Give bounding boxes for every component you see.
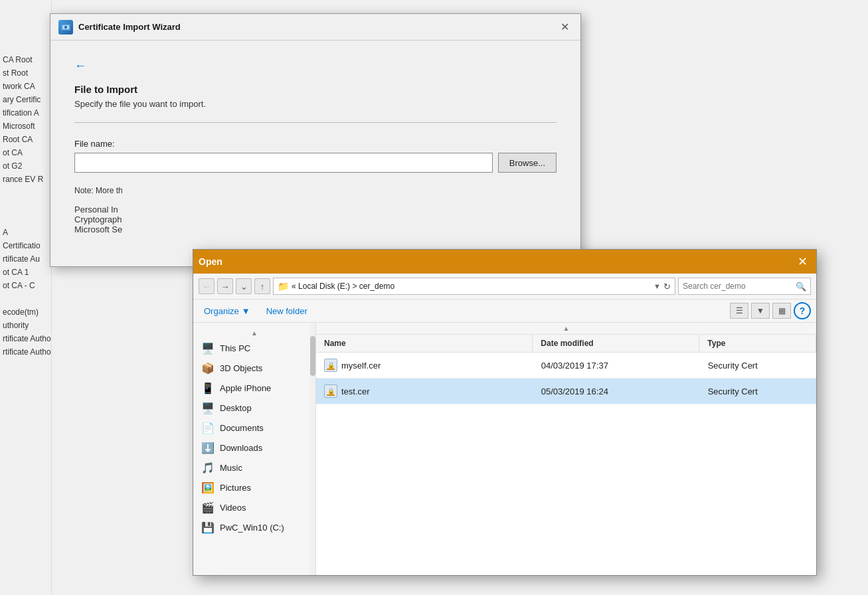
open-toolbar: ← → ⌄ ↑ 📁 « Local Disk (E:) > cer_demo ▼…: [193, 274, 816, 299]
scroll-up-indicator: ▲: [193, 328, 315, 338]
3d-objects-icon: 📦: [201, 361, 215, 375]
left-item: Microsoft: [0, 120, 51, 133]
wizard-personal-section: Personal In Cryptograph Microsoft Se: [74, 205, 557, 234]
desktop-label: Desktop: [220, 403, 252, 413]
wizard-back-button[interactable]: ←: [74, 59, 86, 73]
left-item: rtificate Au: [0, 252, 51, 266]
open-dialog-title: Open: [199, 256, 222, 267]
desktop-icon: 🖥️: [201, 401, 215, 414]
documents-label: Documents: [220, 423, 264, 433]
downloads-icon: ⬇️: [201, 441, 215, 454]
nav-item-desktop[interactable]: 🖥️ Desktop: [193, 398, 315, 418]
view-details-button[interactable]: ☰: [730, 303, 748, 319]
col-type[interactable]: Type: [699, 335, 816, 352]
left-item: rtificate Autho...: [0, 332, 51, 345]
open-dialog: Open ✕ ← → ⌄ ↑ 📁 « Local Disk (E:) > cer…: [193, 249, 817, 576]
svg-point-2: [64, 26, 67, 29]
files-panel: ▲ Name Date modified Type 🔒 myself.cer 0…: [316, 323, 816, 575]
wizard-dialog: Certificate Import Wizard ✕ ← File to Im…: [50, 13, 581, 267]
wizard-icon: [58, 20, 73, 35]
scrollbar-track[interactable]: [310, 323, 315, 575]
nav-item-videos[interactable]: 🎬 Videos: [193, 497, 315, 517]
search-icon[interactable]: 🔍: [796, 282, 806, 292]
pwc-win10-label: PwC_Win10 (C:): [220, 523, 284, 533]
pwc-win10-icon: 💾: [201, 521, 215, 534]
file-date-myself: 04/03/2019 17:37: [533, 358, 700, 373]
search-input[interactable]: [683, 282, 796, 291]
left-item: ecode(tm): [0, 305, 51, 319]
downloads-label: Downloads: [220, 443, 262, 453]
left-item: rtificate Autho...: [0, 345, 51, 359]
address-bar[interactable]: 📁 « Local Disk (E:) > cer_demo ▼ ↻: [273, 278, 675, 295]
left-item: tification A: [0, 106, 51, 120]
nav-item-pictures[interactable]: 🖼️ Pictures: [193, 477, 315, 497]
col-name[interactable]: Name: [316, 335, 533, 352]
nav-item-3d-objects[interactable]: 📦 3D Objects: [193, 358, 315, 378]
open-actions-bar: Organize ▼ New folder ☰ ▼ ▦ ?: [193, 299, 816, 323]
left-item: ary Certific: [0, 93, 51, 106]
file-row-test[interactable]: 🔒 test.cer 05/03/2019 16:24 Security Cer…: [316, 379, 816, 404]
pictures-label: Pictures: [220, 483, 251, 493]
documents-icon: 📄: [201, 421, 215, 434]
left-item: CA Root: [0, 53, 51, 66]
open-titlebar: Open ✕: [193, 250, 816, 274]
file-row-myself[interactable]: 🔒 myself.cer 04/03/2019 17:37 Security C…: [316, 353, 816, 379]
wizard-section-desc: Specify the file you want to import.: [74, 99, 557, 109]
this-pc-icon: 🖥️: [201, 341, 215, 355]
col-date-modified[interactable]: Date modified: [533, 335, 699, 352]
music-label: Music: [220, 463, 242, 473]
help-button[interactable]: ?: [794, 302, 811, 319]
left-item: Certificatio: [0, 239, 51, 252]
up-nav-button[interactable]: ↑: [254, 278, 270, 294]
organize-button[interactable]: Organize ▼: [199, 303, 256, 319]
pictures-icon: 🖼️: [201, 481, 215, 494]
scroll-up-arrow: ▲: [251, 329, 258, 337]
nav-item-this-pc[interactable]: 🖥️ This PC: [193, 338, 315, 358]
nav-item-downloads[interactable]: ⬇️ Downloads: [193, 438, 315, 458]
forward-nav-button[interactable]: →: [217, 278, 233, 294]
folder-icon: 📁: [278, 281, 289, 292]
organize-label: Organize: [204, 306, 239, 316]
view-dropdown-button[interactable]: ▼: [751, 303, 770, 319]
left-item: ot CA 1: [0, 266, 51, 279]
nav-item-apple-iphone[interactable]: 📱 Apple iPhone: [193, 378, 315, 398]
wizard-body: ← File to Import Specify the file you wa…: [50, 41, 580, 266]
search-bar[interactable]: 🔍: [678, 278, 811, 295]
left-item: ot G2: [0, 159, 51, 173]
nav-item-pwc-win10[interactable]: 💾 PwC_Win10 (C:): [193, 517, 315, 537]
new-folder-button[interactable]: New folder: [261, 303, 313, 319]
files-scroll-up-arrow: ▲: [563, 325, 570, 332]
browse-button[interactable]: Browse...: [498, 153, 557, 173]
open-content: ▲ 🖥️ This PC 📦 3D Objects 📱 Apple iPhone…: [193, 323, 816, 575]
left-item: twork CA: [0, 80, 51, 93]
files-scroll-indicator: ▲: [316, 323, 816, 335]
wizard-title-text: Certificate Import Wizard: [78, 22, 181, 32]
file-name-cell-myself: 🔒 myself.cer: [316, 356, 533, 375]
open-close-button[interactable]: ✕: [794, 253, 811, 270]
left-item: ot CA - C: [0, 279, 51, 292]
apple-iphone-icon: 📱: [201, 381, 215, 394]
left-item: A: [0, 226, 51, 239]
nav-panel: ▲ 🖥️ This PC 📦 3D Objects 📱 Apple iPhone…: [193, 323, 316, 575]
wizard-titlebar: Certificate Import Wizard ✕: [50, 14, 580, 41]
cert-file-icon-myself: 🔒: [324, 359, 337, 372]
scrollbar-thumb[interactable]: [310, 336, 315, 376]
back-nav-button[interactable]: ←: [199, 278, 215, 294]
left-item: st Root: [0, 66, 51, 80]
refresh-button[interactable]: ↻: [663, 282, 671, 292]
nav-item-music[interactable]: 🎵 Music: [193, 458, 315, 477]
wizard-field-row: Browse...: [74, 153, 557, 173]
wizard-note: Note: More th: [74, 186, 557, 195]
file-name-input[interactable]: [74, 153, 493, 173]
wizard-divider: [74, 122, 557, 123]
videos-icon: 🎬: [201, 501, 215, 514]
3d-objects-label: 3D Objects: [220, 363, 262, 373]
address-text: « Local Disk (E:) > cer_demo: [292, 282, 651, 291]
wizard-close-button[interactable]: ✕: [557, 19, 572, 35]
nav-item-documents[interactable]: 📄 Documents: [193, 418, 315, 438]
recent-nav-button[interactable]: ⌄: [236, 278, 252, 294]
view-large-icons-button[interactable]: ▦: [772, 303, 791, 319]
left-panel: CA Root st Root twork CA ary Certific ti…: [0, 0, 52, 595]
left-item: rance EV R: [0, 173, 51, 186]
left-item: Root CA: [0, 133, 51, 146]
